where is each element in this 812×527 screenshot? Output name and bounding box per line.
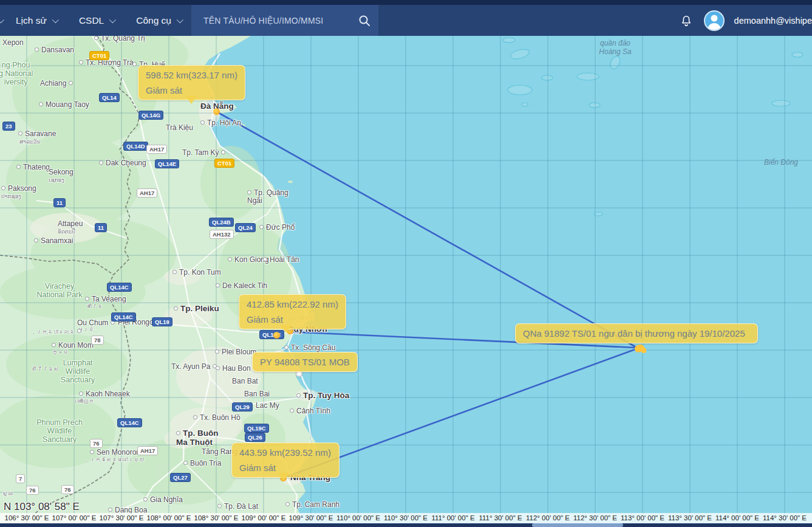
longitude-tick: 107° 30' 00" E: [100, 514, 144, 522]
longitude-tick: 109° 00' 00" E: [242, 514, 286, 522]
map-tooltip[interactable]: 412.85 km(222.92 nm)Giám sát: [239, 294, 346, 329]
nav-item-label: Lịch sử: [16, 15, 47, 26]
map-tooltip[interactable]: 443.59 km(239.52 nm)Giám sát: [231, 443, 339, 478]
longitude-tick: 113° 30' 00" E: [668, 514, 712, 522]
chevron-down-icon: [52, 16, 59, 22]
user-email[interactable]: demoanhh@vishipe: [734, 16, 812, 26]
top-navigation-bar: Lịch sử CSDL Công cụ: [0, 5, 812, 36]
longitude-ruler: 106° 30' 00" E107° 00' 00" E107° 30' 00"…: [0, 513, 812, 524]
nav-item-cong-cu[interactable]: Công cụ: [136, 15, 182, 26]
notifications-bell-icon[interactable]: [678, 13, 694, 29]
tooltip-line: Giám sát: [239, 460, 332, 475]
tooltip-line: Giám sát: [146, 83, 237, 98]
horizontal-scrollbar[interactable]: [0, 523, 812, 527]
coordinate-readout: N 103° 08' 58" E: [4, 501, 80, 513]
longitude-tick: 107° 00' 00" E: [52, 514, 97, 522]
tooltip-line: PY 94808 TS/01 MOB: [260, 354, 350, 370]
chevron-down-icon: [177, 16, 183, 22]
nav-item-csdl[interactable]: CSDL: [79, 15, 114, 26]
longitude-tick: 111° 00' 00" E: [431, 514, 474, 522]
user-avatar[interactable]: [704, 10, 725, 31]
app-window: XeponDansavanTx. Quảng TrịTx. Hương TràT…: [0, 0, 812, 527]
longitude-tick: 113° 00' 00" E: [621, 514, 664, 522]
map-base-layer: [0, 0, 812, 527]
longitude-tick: 112° 30' 00" E: [573, 514, 617, 522]
tooltip-line: 598.52 km(323.17 nm): [146, 67, 237, 83]
vessel-search-input[interactable]: [202, 15, 358, 26]
longitude-tick: 109° 30' 00" E: [289, 514, 333, 522]
position-marker[interactable]: [213, 108, 220, 115]
tooltip-line: Giám sát: [247, 312, 338, 327]
map-canvas[interactable]: XeponDansavanTx. Quảng TrịTx. Hương TràT…: [0, 0, 812, 527]
longitude-tick: 108° 00' 00" E: [147, 514, 191, 522]
nav-item-label: CSDL: [79, 15, 104, 26]
longitude-tick: 108° 30' 00" E: [194, 514, 239, 522]
nav-item-label: Công cụ: [136, 15, 171, 26]
chevron-down-icon: [109, 16, 116, 22]
tooltip-line: QNa 91892 TS/01 ngư dân bị thương ngày 1…: [523, 326, 750, 341]
nav-right-cluster: demoanhh@vishipe: [678, 10, 812, 31]
chevron-down-icon[interactable]: [0, 16, 4, 22]
window-top-strip: [0, 0, 812, 5]
nav-item-lich-su[interactable]: Lịch sử: [16, 15, 57, 26]
map-tooltip[interactable]: PY 94808 TS/01 MOB: [252, 352, 358, 372]
tooltip-line: 412.85 km(222.92 nm): [247, 297, 338, 312]
scrollbar-thumb[interactable]: [532, 523, 623, 527]
vessel-search-box: [191, 5, 378, 36]
tooltip-line: 443.59 km(239.52 nm): [239, 445, 332, 460]
longitude-tick: 111° 30' 00" E: [479, 514, 522, 522]
map-tooltip[interactable]: QNa 91892 TS/01 ngư dân bị thương ngày 1…: [515, 323, 758, 343]
longitude-tick: 114° 30' 00" E: [763, 514, 807, 522]
position-marker[interactable]: [273, 332, 280, 339]
longitude-tick: 110° 30' 00" E: [384, 514, 428, 522]
longitude-tick: 112° 00' 00" E: [526, 514, 570, 522]
search-icon[interactable]: [358, 14, 371, 27]
longitude-tick: 114° 00' 00" E: [715, 514, 759, 522]
map-tooltip[interactable]: 598.52 km(323.17 nm)Giám sát: [138, 65, 245, 100]
longitude-tick: 110° 00' 00" E: [336, 514, 380, 522]
longitude-tick: 106° 30' 00" E: [5, 514, 49, 522]
